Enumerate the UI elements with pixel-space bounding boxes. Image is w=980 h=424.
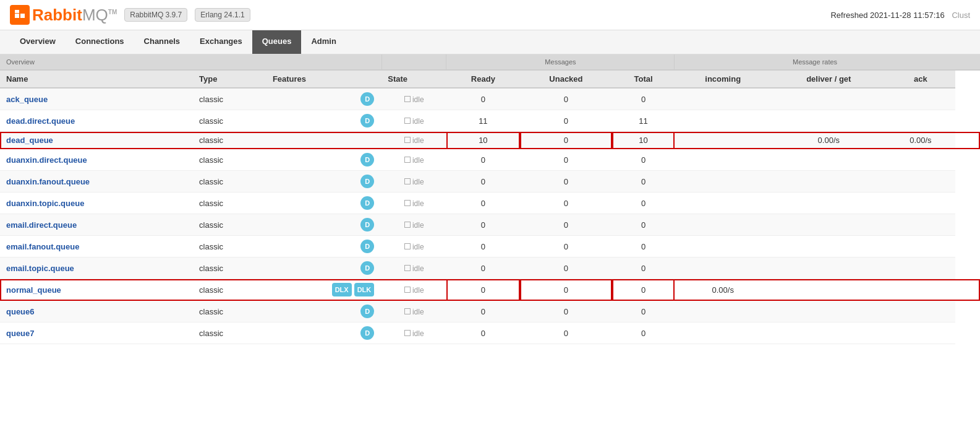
cell-name[interactable]: email.topic.queue: [0, 257, 193, 279]
cell-unacked: 0: [520, 301, 612, 322]
cell-state: idle: [381, 110, 446, 132]
cell-features: D: [266, 88, 381, 110]
top-bar-right: Refreshed 2021-11-28 11:57:16 Clust: [830, 11, 970, 20]
cell-features: D: [266, 301, 381, 322]
state-icon: [404, 330, 411, 336]
cell-total: 0: [612, 149, 675, 171]
state-text: idle: [411, 199, 424, 208]
cell-unacked: 0: [520, 279, 612, 301]
cell-unacked: 0: [520, 322, 612, 344]
table-row[interactable]: email.fanout.queueclassicD idle000: [0, 236, 980, 257]
cell-total: 0: [612, 214, 675, 236]
feature-badge: D: [360, 240, 374, 253]
col-name: Name: [0, 70, 193, 88]
svg-rect-0: [15, 14, 19, 18]
cell-ready: 0: [446, 322, 520, 344]
cell-features: D: [266, 110, 381, 132]
feature-badge: D: [360, 261, 374, 275]
cell-name[interactable]: ack_queue: [0, 88, 193, 110]
table-row[interactable]: queue7classicD idle000: [0, 322, 980, 344]
nav-connections[interactable]: Connections: [66, 30, 134, 54]
cell-ack: [886, 149, 955, 171]
col-state: State: [381, 70, 446, 88]
cell-state: idle: [381, 214, 446, 236]
cell-name[interactable]: dead_queue: [0, 132, 193, 149]
cell-features: D: [266, 149, 381, 171]
table-row[interactable]: dead.direct.queueclassicD idle11011: [0, 110, 980, 132]
cell-state: idle: [381, 322, 446, 344]
state-text: idle: [411, 95, 424, 104]
col-unacked: Unacked: [520, 70, 612, 88]
svg-rect-2: [15, 10, 19, 13]
cell-name[interactable]: email.fanout.queue: [0, 236, 193, 257]
cell-ready: 0: [446, 193, 520, 214]
table-row[interactable]: ack_queueclassicD idle000: [0, 88, 980, 110]
cell-state: idle: [381, 279, 446, 301]
cell-unacked: 0: [520, 193, 612, 214]
cell-unacked: 0: [520, 88, 612, 110]
column-headers: Name Type Features State Ready Unacked T…: [0, 70, 980, 88]
cell-incoming: [675, 257, 772, 279]
feature-badge: D: [360, 326, 374, 340]
nav-exchanges[interactable]: Exchanges: [190, 30, 252, 54]
cell-name[interactable]: duanxin.topic.queue: [0, 193, 193, 214]
cell-total: 0: [612, 193, 675, 214]
col-total: Total: [612, 70, 675, 88]
cell-type: classic: [193, 171, 266, 193]
cell-total: 0: [612, 301, 675, 322]
nav-channels[interactable]: Channels: [134, 30, 190, 54]
cell-name[interactable]: duanxin.direct.queue: [0, 149, 193, 171]
state-icon: [404, 243, 411, 249]
logo-tm-text: TM: [108, 9, 117, 15]
cell-unacked: 0: [520, 132, 612, 149]
table-row[interactable]: duanxin.topic.queueclassicD idle000: [0, 193, 980, 214]
feature-badge: D: [360, 305, 374, 318]
cell-incoming: 0.00/s: [675, 279, 772, 301]
version-badge: RabbitMQ 3.9.7: [124, 8, 187, 22]
cell-state: idle: [381, 149, 446, 171]
cell-name[interactable]: queue7: [0, 322, 193, 344]
cell-ack: [886, 257, 955, 279]
table-row[interactable]: email.direct.queueclassicD idle000: [0, 214, 980, 236]
cell-ready: 0: [446, 257, 520, 279]
cell-state: idle: [381, 171, 446, 193]
cell-features: D: [266, 257, 381, 279]
table-row[interactable]: normal_queueclassicDLXDLK idle0000.00/s: [0, 279, 980, 301]
cell-unacked: 0: [520, 236, 612, 257]
cell-state: idle: [381, 236, 446, 257]
cell-name[interactable]: duanxin.fanout.queue: [0, 171, 193, 193]
col-ack: ack: [886, 70, 955, 88]
nav-admin[interactable]: Admin: [301, 30, 346, 54]
cell-name[interactable]: normal_queue: [0, 279, 193, 301]
cell-ack: [886, 322, 955, 344]
section-messages: Messages: [446, 54, 675, 70]
table-row[interactable]: dead_queueclassic idle100100.00/s0.00/s: [0, 132, 980, 149]
cell-deliver_get: [771, 214, 886, 236]
cell-incoming: [675, 214, 772, 236]
cell-total: 11: [612, 110, 675, 132]
cell-name[interactable]: email.direct.queue: [0, 214, 193, 236]
cell-name[interactable]: queue6: [0, 301, 193, 322]
cell-state: idle: [381, 193, 446, 214]
logo-mq-text: MQ: [82, 6, 108, 24]
table-row[interactable]: email.topic.queueclassicD idle000: [0, 257, 980, 279]
cell-deliver_get: [771, 301, 886, 322]
cell-type: classic: [193, 110, 266, 132]
nav-queues[interactable]: Queues: [252, 30, 302, 54]
state-text: idle: [411, 178, 424, 186]
cell-unacked: 0: [520, 171, 612, 193]
state-text: idle: [411, 308, 424, 316]
table-row[interactable]: duanxin.fanout.queueclassicD idle000: [0, 171, 980, 193]
cell-name[interactable]: dead.direct.queue: [0, 110, 193, 132]
cell-ready: 0: [446, 171, 520, 193]
table-row[interactable]: queue6classicD idle000: [0, 301, 980, 322]
nav-overview[interactable]: Overview: [10, 30, 66, 54]
state-icon: [404, 96, 411, 102]
state-icon: [404, 222, 411, 228]
cell-state: idle: [381, 257, 446, 279]
cell-ack: 0.00/s: [886, 132, 955, 149]
feature-badge: D: [360, 175, 374, 188]
table-row[interactable]: duanxin.direct.queueclassicD idle000: [0, 149, 980, 171]
section-type: [955, 54, 980, 70]
cell-features: D: [266, 322, 381, 344]
